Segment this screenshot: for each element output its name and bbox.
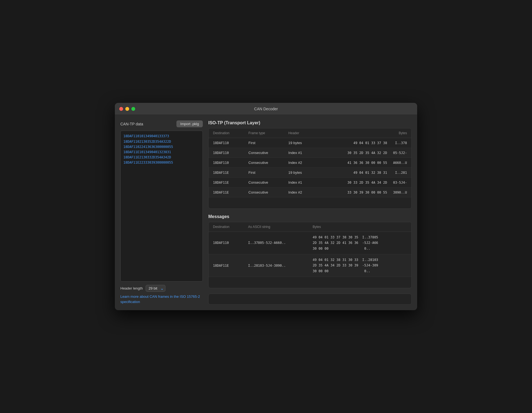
row-dest: 18DAF110 bbox=[209, 138, 244, 148]
minimize-button[interactable] bbox=[125, 107, 129, 111]
row-frame-type: Consecutive bbox=[244, 148, 284, 158]
iso-tp-table-container: Destination Frame type Header Bytes 18DA… bbox=[208, 128, 412, 209]
table-row: 18DAF110 Consecutive Index #2 41 36 36 3… bbox=[209, 158, 411, 168]
empty-row bbox=[209, 197, 411, 208]
row-bytes: 33 30 39 30 00 00 55 3090..U bbox=[315, 188, 411, 197]
msg-col-ascii: As ASCII string bbox=[244, 222, 308, 232]
msg-col-destination: Destination bbox=[209, 222, 244, 232]
table-row: 18DAF11E Consecutive Index #2 33 30 39 3… bbox=[209, 188, 411, 197]
traffic-lights bbox=[119, 107, 135, 111]
row-bytes: 49 04 01 32 38 31 I..281 bbox=[315, 168, 411, 178]
table-row: 18DAF110 First 19 bytes 49 04 01 33 37 3… bbox=[209, 138, 411, 148]
table-row: 18DAF110 I..37805-5J2-A660.. 49 04 01 33… bbox=[209, 232, 411, 254]
bottom-spacer bbox=[208, 294, 412, 305]
row-dest: 18DAF11E bbox=[209, 188, 244, 197]
msg-ascii: I..28103-5J4-3090.. bbox=[244, 254, 308, 277]
msg-ascii: I..37805-5J2-A660.. bbox=[244, 232, 308, 254]
col-header: Header bbox=[284, 128, 315, 138]
can-tp-data-label: CAN-TP data bbox=[120, 122, 143, 126]
messages-title: Messages bbox=[208, 214, 412, 219]
messages-header-row: Destination As ASCII string Bytes bbox=[209, 222, 411, 232]
iso-tp-section: ISO-TP (Transport Layer) Destination Fra… bbox=[208, 120, 412, 209]
msg-bytes: 49 04 01 32 38 31 30 33 I..28103 2D 35 4… bbox=[308, 254, 411, 277]
row-frame-type: Consecutive bbox=[244, 158, 284, 168]
row-dest: 18DAF11E bbox=[209, 168, 244, 178]
row-bytes: 30 33 2D 35 4A 34 2D 03-5J4- bbox=[315, 178, 411, 188]
row-frame-type: Consecutive bbox=[244, 178, 284, 188]
col-destination: Destination bbox=[209, 128, 244, 138]
messages-table: Destination As ASCII string Bytes 18DAF1… bbox=[209, 222, 411, 288]
main-content: CAN-TP data Import .pklg 18DAF1101013490… bbox=[115, 115, 417, 310]
row-frame-type: First bbox=[244, 168, 284, 178]
iso-tp-table: Destination Frame type Header Bytes 18DA… bbox=[209, 128, 411, 208]
row-header: Index #2 bbox=[284, 158, 315, 168]
close-button[interactable] bbox=[119, 107, 123, 111]
right-panel: ISO-TP (Transport Layer) Destination Fra… bbox=[208, 120, 412, 304]
can-data-textarea[interactable]: 18DAF110101349040133373 18DAF1102130352D… bbox=[120, 131, 203, 281]
messages-table-container: Destination As ASCII string Bytes 18DAF1… bbox=[208, 222, 412, 288]
row-header: Index #1 bbox=[284, 178, 315, 188]
bit-select-wrapper: 11 bit 29 bit ⌄ bbox=[146, 285, 165, 292]
row-bytes: 41 36 36 30 00 00 55 A660..U bbox=[315, 158, 411, 168]
iso-tp-title: ISO-TP (Transport Layer) bbox=[208, 120, 412, 125]
left-panel: CAN-TP data Import .pklg 18DAF1101013490… bbox=[120, 120, 203, 304]
row-frame-type: First bbox=[244, 138, 284, 148]
learn-more-text: Learn more about CAN frames in the ISO 1… bbox=[120, 294, 200, 304]
window-title: CAN Decoder bbox=[254, 107, 278, 111]
row-frame-type: Consecutive bbox=[244, 188, 284, 197]
table-row: 18DAF11E I..28103-5J4-3090.. 49 04 01 32… bbox=[209, 254, 411, 277]
msg-col-bytes: Bytes bbox=[308, 222, 411, 232]
row-header: 19 bytes bbox=[284, 138, 315, 148]
msg-dest: 18DAF11E bbox=[209, 254, 244, 277]
bit-select[interactable]: 11 bit 29 bit bbox=[146, 285, 165, 292]
msg-dest: 18DAF110 bbox=[209, 232, 244, 254]
messages-section: Messages Destination As ASCII string Byt… bbox=[208, 214, 412, 288]
col-frame-type: Frame type bbox=[244, 128, 284, 138]
maximize-button[interactable] bbox=[131, 107, 135, 111]
titlebar: CAN Decoder bbox=[115, 103, 417, 115]
header-length-row: Header length 11 bit 29 bit ⌄ bbox=[120, 285, 203, 292]
row-bytes: 30 35 2D 35 4A 32 2D 05-5J2- bbox=[315, 148, 411, 158]
learn-more-link[interactable]: Learn more about CAN frames in the ISO 1… bbox=[120, 294, 203, 305]
col-bytes: Bytes bbox=[315, 128, 411, 138]
row-header: 19 bytes bbox=[284, 168, 315, 178]
left-panel-header: CAN-TP data Import .pklg bbox=[120, 120, 203, 127]
header-length-label: Header length bbox=[120, 286, 143, 290]
row-dest: 18DAF110 bbox=[209, 158, 244, 168]
table-row: 18DAF11E First 19 bytes 49 04 01 32 38 3… bbox=[209, 168, 411, 178]
table-row: 18DAF11E Consecutive Index #1 30 33 2D 3… bbox=[209, 178, 411, 188]
row-bytes: 49 04 01 33 37 38 I..378 bbox=[315, 138, 411, 148]
row-dest: 18DAF110 bbox=[209, 148, 244, 158]
iso-tp-header-row: Destination Frame type Header Bytes bbox=[209, 128, 411, 138]
main-window: CAN Decoder CAN-TP data Import .pklg 18D… bbox=[115, 103, 417, 310]
row-header: Index #1 bbox=[284, 148, 315, 158]
row-header: Index #2 bbox=[284, 188, 315, 197]
row-dest: 18DAF11E bbox=[209, 178, 244, 188]
left-panel-footer: Header length 11 bit 29 bit ⌄ Learn more… bbox=[120, 285, 203, 305]
empty-row bbox=[209, 277, 411, 288]
msg-bytes: 49 04 01 33 37 38 30 35 I..37805 2D 35 4… bbox=[308, 232, 411, 254]
import-button[interactable]: Import .pklg bbox=[176, 120, 203, 127]
table-row: 18DAF110 Consecutive Index #1 30 35 2D 3… bbox=[209, 148, 411, 158]
